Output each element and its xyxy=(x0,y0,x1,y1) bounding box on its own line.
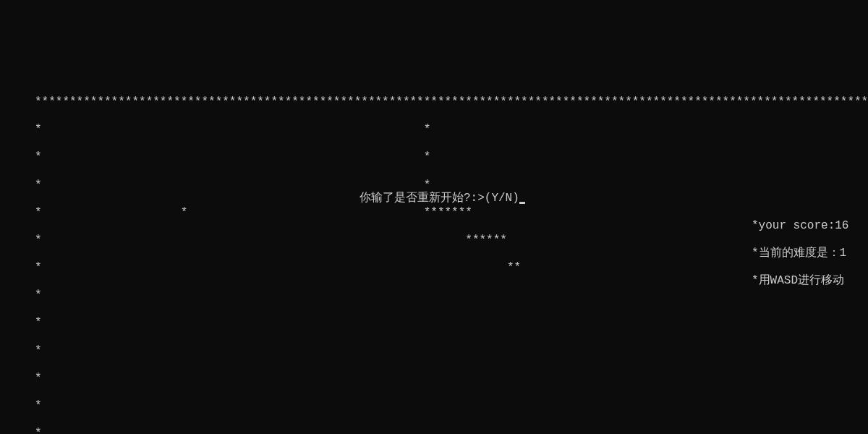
game-sidebar: *your score:16 *当前的难度是：1 *用WASD进行移动 xyxy=(752,205,848,302)
game-row: * * xyxy=(35,344,868,358)
game-row: * * xyxy=(35,289,868,302)
prompt-text: 你输了是否重新开始?:>(Y/N) xyxy=(359,192,519,205)
game-row: * * ******* * xyxy=(35,206,868,220)
game-row: * * xyxy=(35,427,868,434)
score-value: 16 xyxy=(835,219,848,232)
game-row: * ****** * xyxy=(35,234,868,247)
difficulty-label: 当前的难度是： xyxy=(759,247,840,260)
difficulty-display: *当前的难度是：1 xyxy=(752,247,848,260)
game-over-prompt[interactable]: 你输了是否重新开始?:>(Y/N) xyxy=(359,192,525,205)
game-row: * * * xyxy=(35,150,868,164)
difficulty-value: 1 xyxy=(840,247,847,260)
game-row: * * xyxy=(35,316,868,330)
controls-display: *用WASD进行移动 xyxy=(752,274,848,288)
game-row: * * * xyxy=(35,179,868,192)
controls-hint: 用WASD进行移动 xyxy=(759,274,844,287)
border-top: ****************************************… xyxy=(35,95,868,109)
game-row: * * xyxy=(35,399,868,413)
console-terminal: ****************************************… xyxy=(0,56,868,434)
game-row: * ** * xyxy=(35,261,868,275)
game-row: * * * xyxy=(35,123,868,137)
score-display: *your score:16 xyxy=(752,219,848,233)
game-row: * * xyxy=(35,372,868,386)
score-label: your score: xyxy=(759,219,835,232)
cursor-icon xyxy=(519,202,525,204)
